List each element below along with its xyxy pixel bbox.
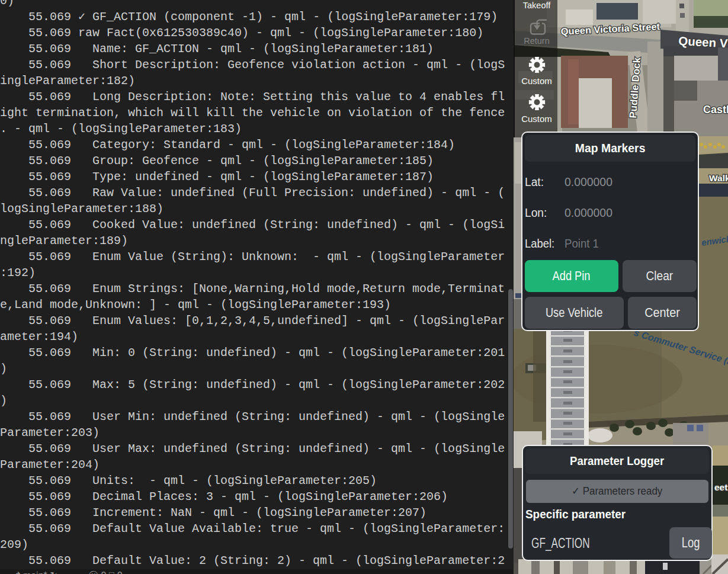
svg-text:eet: eet (714, 482, 727, 492)
svg-text:Walk: Walk (709, 173, 728, 183)
svg-text:Castle: Castle (703, 104, 728, 116)
